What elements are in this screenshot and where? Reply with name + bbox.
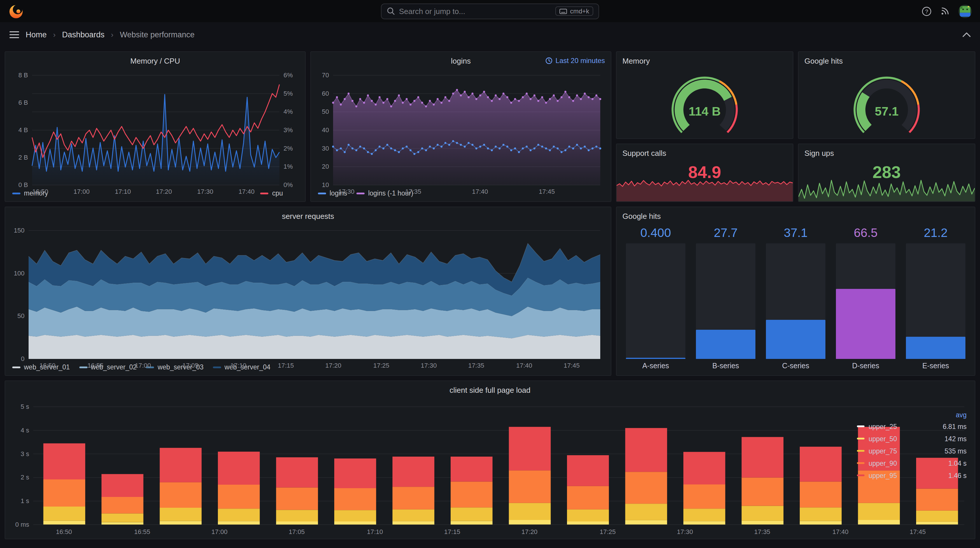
bar-segment-upper_90 (160, 482, 202, 508)
search-input[interactable]: Search or jump to... cmd+k (381, 3, 599, 19)
panel-google-hits-bars: Google hits 0.400A-series27.7B-series37.… (616, 207, 975, 376)
grafana-app: Search or jump to... cmd+k ? (0, 0, 980, 548)
legend-swatch (857, 425, 864, 427)
bar-segment-upper_75 (742, 506, 784, 521)
axis-tick-label: 17:40 (239, 188, 255, 195)
bar-segment-upper_50 (393, 521, 434, 524)
bar-segment-upper_75 (567, 510, 609, 521)
bar-value: 37.1 (766, 226, 826, 243)
axis-tick-label: 17:45 (563, 362, 579, 369)
panel-title[interactable]: logins (451, 56, 471, 65)
server-requests-chart[interactable]: 05010015016:5016:5517:0017:0517:1017:151… (10, 225, 606, 362)
axis-tick-label: 3% (283, 126, 293, 134)
bar-segment-upper_75 (800, 507, 842, 521)
panel-title[interactable]: Memory / CPU (130, 56, 180, 65)
breadcrumb-dashboards[interactable]: Dashboards (62, 30, 105, 39)
breadcrumb-home[interactable]: Home (25, 30, 47, 39)
panel-title[interactable]: Google hits (804, 56, 843, 65)
bar-gauge-column-E-series: 21.2E-series (906, 226, 966, 373)
axis-tick-label: 16:50 (32, 188, 48, 195)
legend-item-upper_25[interactable]: upper_256.81 ms (857, 420, 967, 432)
menu-icon[interactable] (10, 31, 19, 38)
legend-item-upper_75[interactable]: upper_75535 ms (857, 445, 967, 457)
shortcut-badge: cmd+k (555, 6, 593, 16)
page-load-chart[interactable]: 0 ms1 s2 s3 s4 s5 s16:5016:5517:0017:051… (10, 398, 970, 536)
search-icon (387, 7, 395, 15)
bar-segment-upper_95 (276, 457, 318, 487)
axis-tick-label: 16:55 (134, 528, 150, 535)
bar-segment-upper_90 (916, 489, 958, 511)
panel-title[interactable]: Support calls (622, 148, 666, 157)
gauge-value: 114 B (621, 105, 788, 119)
panel-title[interactable]: server requests (282, 212, 334, 220)
axis-tick-label: 5% (283, 90, 293, 97)
panel-title[interactable]: client side full page load (449, 386, 531, 394)
breadcrumb-current: Website performance (120, 30, 194, 39)
axis-tick-label: 17:20 (325, 362, 341, 369)
bar-label: A-series (626, 359, 686, 373)
axis-tick-label: 1% (283, 163, 293, 170)
bar-segment-upper_90 (567, 486, 609, 510)
bar-gauge-bar (696, 330, 756, 359)
axis-tick-label: 6 B (18, 99, 28, 106)
axis-tick-label: 50 (18, 312, 24, 320)
bar-segment-upper_50 (683, 521, 725, 524)
google-hits-bar-gauge[interactable]: 0.400A-series27.7B-series37.1C-series66.… (621, 225, 970, 373)
axis-tick-label: 3 s (21, 450, 29, 457)
bar-segment-upper_90 (450, 481, 493, 507)
rss-icon[interactable] (940, 6, 950, 16)
bar-segment-upper_75 (450, 507, 493, 521)
axis-tick-label: 16:55 (88, 362, 103, 369)
panel-memory-cpu: Memory / CPU 0%1%2%3%4%5%6%0 B2 B4 B6 B8… (5, 51, 305, 202)
axis-tick-label: 70 (322, 72, 329, 79)
memory-cpu-chart[interactable]: 0%1%2%3%4%5%6%0 B2 B4 B6 B8 B16:5017:001… (10, 69, 301, 188)
legend-item-upper_95[interactable]: upper_951.46 s (857, 469, 967, 481)
bar-segment-upper_75 (334, 510, 376, 521)
axis-tick-label: 0 ms (15, 521, 29, 528)
bar-segment-upper_75 (276, 510, 318, 521)
help-icon[interactable]: ? (922, 6, 932, 16)
axis-tick-label: 17:15 (278, 362, 294, 369)
axis-tick-label: 30 (322, 145, 329, 152)
panel-title[interactable]: Memory (622, 56, 650, 65)
breadcrumb-separator: › (111, 30, 113, 39)
page-load-legend: avgupper_256.81 msupper_50142 msupper_75… (857, 411, 967, 481)
bar-segment-upper_50 (450, 521, 493, 524)
panel-title[interactable]: Sign ups (804, 148, 834, 157)
bar-segment-upper_50 (509, 520, 551, 524)
axis-tick-label: 17:20 (522, 528, 538, 535)
panel-sign-ups: Sign ups 283 (798, 143, 975, 202)
logins-chart[interactable]: 1020304050607017:3017:3517:4017:45 (316, 69, 606, 188)
bar-segment-upper_50 (916, 522, 958, 525)
axis-tick-label: 4 s (21, 427, 29, 434)
avatar[interactable] (958, 5, 972, 18)
bar-gauge-bar (626, 357, 686, 359)
axis-tick-label: 17:10 (231, 362, 247, 369)
axis-tick-label: 17:00 (135, 362, 151, 369)
legend-item-upper_50[interactable]: upper_50142 ms (857, 432, 967, 445)
axis-tick-label: 60 (322, 90, 329, 97)
axis-tick-label: 0 (21, 355, 24, 362)
bar-segment-upper_50 (858, 520, 900, 524)
memory-gauge[interactable]: 114 B (621, 69, 788, 136)
axis-tick-label: 17:25 (373, 362, 390, 369)
bar-segment-upper_90 (43, 480, 86, 507)
bar-segment-upper_95 (102, 474, 143, 497)
breadcrumb-bar: Home › Dashboards › Website performance (0, 22, 980, 47)
bar-value: 0.400 (626, 226, 686, 243)
panel-time-range[interactable]: Last 20 minutes (546, 52, 605, 69)
axis-tick-label: 17:35 (754, 528, 770, 535)
grafana-logo-icon[interactable] (8, 3, 24, 19)
bar-segment-upper_50 (43, 521, 86, 524)
axis-tick-label: 17:35 (405, 188, 421, 195)
axis-tick-label: 17:30 (197, 188, 213, 195)
legend-swatch (857, 462, 864, 464)
collapse-chevron-up-icon[interactable] (963, 32, 970, 37)
bar-segment-upper_75 (160, 508, 202, 521)
panel-page-load: client side full page load 0 ms1 s2 s3 s… (5, 381, 975, 539)
bar-gauge-track (696, 243, 756, 359)
google-hits-gauge[interactable]: 57.1 (803, 69, 970, 136)
panel-title[interactable]: Google hits (622, 212, 661, 220)
legend-item-upper_90[interactable]: upper_901.04 s (857, 457, 967, 469)
bar-segment-upper_95 (742, 437, 784, 478)
